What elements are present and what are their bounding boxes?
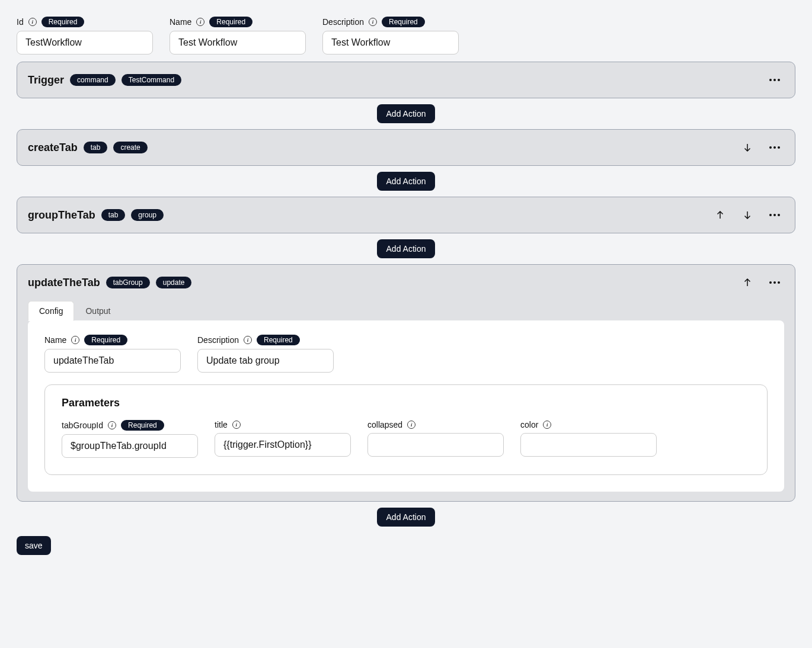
action-description-input[interactable] — [197, 349, 334, 373]
add-action-button[interactable]: Add Action — [377, 172, 436, 191]
action-tag: update — [156, 277, 192, 288]
add-action-button[interactable]: Add Action — [377, 508, 436, 527]
dots-icon — [769, 214, 780, 216]
more-button[interactable] — [765, 206, 784, 224]
description-label: Description — [322, 17, 364, 27]
id-label: Id — [17, 17, 24, 27]
workflow-description-field: Description Required — [322, 17, 459, 54]
action-card-updateTheTab: updateTheTab tabGroup update Config Outp… — [17, 264, 795, 502]
config-panel: Name Required Description Required Param… — [28, 320, 784, 492]
param-tabGroupId-input[interactable] — [62, 434, 198, 458]
info-icon — [369, 18, 377, 26]
workflow-name-field: Name Required — [170, 17, 306, 54]
action-tag: tabGroup — [106, 277, 150, 288]
arrow-down-icon — [742, 210, 753, 220]
tab-output[interactable]: Output — [74, 301, 122, 321]
add-action-button[interactable]: Add Action — [377, 104, 436, 123]
info-icon — [543, 421, 551, 429]
action-tag: tab — [84, 142, 108, 153]
param-label: tabGroupId — [62, 421, 103, 430]
param-title-input[interactable] — [215, 433, 351, 457]
move-down-button[interactable] — [738, 206, 757, 224]
action-tag: tab — [101, 209, 126, 221]
param-label: color — [520, 420, 538, 429]
action-tag: group — [131, 209, 164, 221]
action-tag: create — [113, 142, 147, 153]
trigger-tag: TestCommand — [122, 74, 181, 86]
action-card-createTab: createTab tab create — [17, 129, 795, 166]
param-label: collapsed — [367, 420, 402, 429]
workflow-description-input[interactable] — [322, 31, 459, 54]
param-collapsed-field: collapsed — [367, 420, 504, 458]
info-icon — [108, 421, 116, 429]
name-label: Name — [170, 17, 191, 27]
trigger-card: Trigger command TestCommand — [17, 62, 795, 98]
more-button[interactable] — [765, 273, 784, 292]
trigger-tag: command — [70, 74, 116, 86]
param-color-input[interactable] — [520, 433, 657, 457]
arrow-up-icon — [715, 210, 725, 220]
required-badge: Required — [257, 335, 300, 345]
name-label: Name — [44, 335, 66, 345]
required-badge: Required — [209, 17, 252, 27]
move-up-button[interactable] — [738, 273, 757, 292]
required-badge: Required — [41, 17, 85, 27]
action-name-field: Name Required — [44, 335, 181, 373]
action-description-field: Description Required — [197, 335, 334, 373]
info-icon — [196, 18, 204, 26]
info-icon — [244, 336, 252, 344]
action-title: updateTheTab — [28, 277, 100, 289]
info-icon — [232, 421, 241, 429]
param-title-field: title — [215, 420, 351, 458]
param-tabGroupId-field: tabGroupId Required — [62, 420, 198, 458]
required-badge: Required — [382, 17, 425, 27]
param-label: title — [215, 420, 228, 429]
required-badge: Required — [121, 420, 164, 431]
more-button[interactable] — [765, 138, 784, 157]
action-card-groupTheTab: groupTheTab tab group — [17, 197, 795, 233]
add-action-button[interactable]: Add Action — [377, 239, 436, 258]
dots-icon — [769, 79, 780, 81]
workflow-name-input[interactable] — [170, 31, 306, 54]
arrow-down-icon — [742, 142, 753, 153]
arrow-up-icon — [742, 277, 753, 288]
workflow-id-input[interactable] — [17, 31, 153, 54]
workflow-id-field: Id Required — [17, 17, 153, 54]
info-icon — [407, 421, 415, 429]
save-button[interactable]: save — [17, 536, 51, 555]
move-up-button[interactable] — [711, 206, 730, 224]
trigger-title: Trigger — [28, 74, 64, 86]
more-button[interactable] — [765, 70, 784, 89]
parameters-heading: Parameters — [62, 397, 750, 409]
parameters-panel: Parameters tabGroupId Required title — [44, 384, 768, 475]
dots-icon — [769, 146, 780, 149]
param-collapsed-input[interactable] — [367, 433, 504, 457]
dots-icon — [769, 281, 780, 284]
tab-config[interactable]: Config — [28, 301, 74, 321]
info-icon — [28, 18, 37, 26]
description-label: Description — [197, 335, 239, 345]
move-down-button[interactable] — [738, 138, 757, 157]
action-name-input[interactable] — [44, 349, 181, 373]
action-title: groupTheTab — [28, 209, 95, 222]
info-icon — [71, 336, 79, 344]
param-color-field: color — [520, 420, 657, 458]
required-badge: Required — [84, 335, 127, 345]
action-title: createTab — [28, 142, 78, 154]
